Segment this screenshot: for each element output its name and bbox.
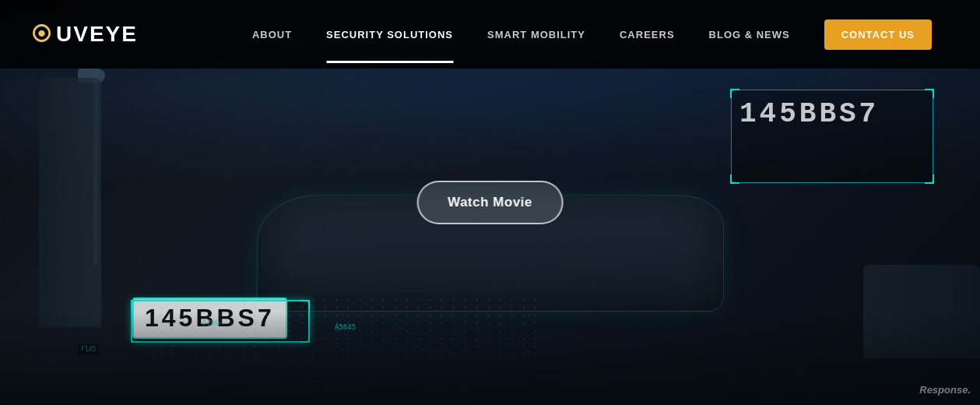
- nav-link-security[interactable]: SECURITY SOLUTIONS: [326, 29, 453, 40]
- contact-us-button[interactable]: CONTACT US: [824, 19, 932, 50]
- nav-link-careers[interactable]: CAREERS: [620, 29, 675, 40]
- logo[interactable]: ⦿ UVEYE: [31, 22, 138, 47]
- left-barrier: [39, 78, 101, 327]
- nav-item-about[interactable]: ABOUT: [235, 27, 309, 41]
- navbar: ⦿ UVEYE ABOUT SECURITY SOLUTIONS SMART M…: [0, 0, 980, 69]
- logo-text: UVEYE: [56, 22, 138, 47]
- nav-item-careers[interactable]: CAREERS: [602, 27, 692, 41]
- watermark: Response.: [919, 384, 971, 396]
- nav-item-blog[interactable]: BLOG & NEWS: [692, 27, 807, 41]
- logo-icon: ⦿: [31, 23, 53, 47]
- nav-item-security[interactable]: SECURITY SOLUTIONS: [309, 27, 470, 41]
- nav-link-blog[interactable]: BLOG & NEWS: [709, 29, 790, 40]
- nav-link-smart-mobility[interactable]: SMART MOBILITY: [487, 29, 585, 40]
- nav-item-contact[interactable]: CONTACT US: [807, 27, 949, 41]
- watch-movie-button[interactable]: Watch Movie: [416, 181, 564, 224]
- logo-area[interactable]: ⦿ UVEYE: [31, 22, 138, 47]
- ground-overlay: [0, 312, 980, 405]
- nav-link-about[interactable]: ABOUT: [252, 29, 292, 40]
- nav-links: ABOUT SECURITY SOLUTIONS SMART MOBILITY …: [235, 27, 949, 41]
- nav-item-smart-mobility[interactable]: SMART MOBILITY: [470, 27, 602, 41]
